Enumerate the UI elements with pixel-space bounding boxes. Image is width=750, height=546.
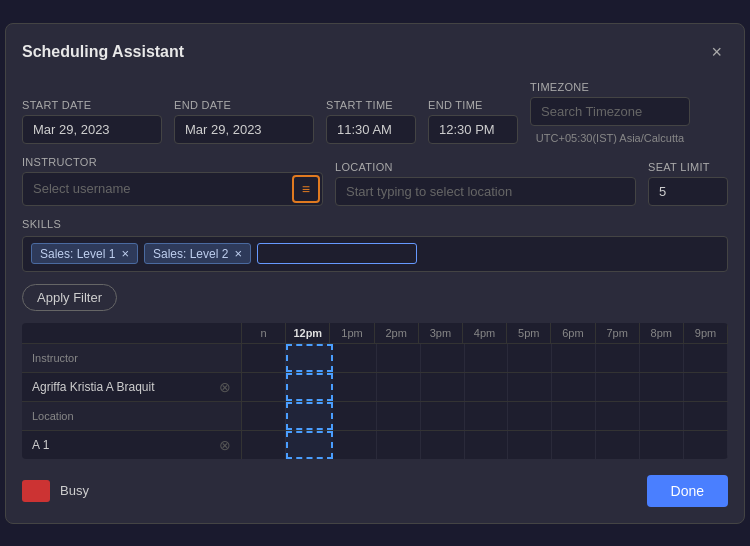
location-group: Location [335,161,636,206]
instructor-input[interactable] [23,175,290,202]
grid-time-headers: n 12pm 1pm 2pm 3pm 4pm 5pm 6pm 7pm 8pm 9… [242,323,728,343]
location-label: Location [335,161,636,173]
grid-cell-a1-7 [552,431,596,459]
grid-cell-instr-sec-5 [465,344,509,372]
instructor-filter-button[interactable]: ≡ [292,175,320,203]
end-date-label: End Date [174,99,314,111]
dialog-header: Scheduling Assistant × [22,40,728,65]
seat-limit-group: Seat Limit [648,161,728,206]
grid-cell-loc-sec-6 [508,402,552,430]
time-col-6: 5pm [507,323,551,343]
timezone-input[interactable] [530,97,690,126]
grid-cell-a1-1[interactable] [286,431,333,459]
grid-cell-loc-sec-8 [596,402,640,430]
start-time-input[interactable] [326,115,416,144]
time-col-5: 4pm [463,323,507,343]
skill-tag-2-remove[interactable]: × [234,246,242,261]
grid-cell-agriffa-2 [333,373,377,401]
grid-cell-agriffa-10 [684,373,728,401]
scheduling-assistant-dialog: Scheduling Assistant × Start Date End Da… [5,23,745,524]
grid-cell-instr-sec-1[interactable] [286,344,333,372]
a1-cells [242,431,728,459]
grid-cell-a1-5 [465,431,509,459]
end-time-input[interactable] [428,115,518,144]
location-section-cells [242,402,728,430]
grid-cell-agriffa-1[interactable] [286,373,333,401]
start-date-label: Start Date [22,99,162,111]
grid-cell-agriffa-0 [242,373,286,401]
grid-cell-a1-0 [242,431,286,459]
grid-cell-loc-sec-3 [377,402,421,430]
grid-cell-instr-sec-6 [508,344,552,372]
grid-cell-instr-sec-8 [596,344,640,372]
grid-cell-agriffa-7 [552,373,596,401]
instructor-input-wrapper: ≡ [22,172,323,206]
instructor-location-row: Instructor ≡ Location Seat Limit [22,156,728,206]
agriffa-row: Agriffa Kristia A Braquit ⊗ [22,373,728,402]
start-date-group: Start Date [22,99,162,144]
schedule-grid: n 12pm 1pm 2pm 3pm 4pm 5pm 6pm 7pm 8pm 9… [22,323,728,459]
agriffa-cells [242,373,728,401]
end-time-label: End Time [428,99,518,111]
done-button[interactable]: Done [647,475,728,507]
agriffa-name: Agriffa Kristia A Braquit [32,380,155,394]
grid-header: n 12pm 1pm 2pm 3pm 4pm 5pm 6pm 7pm 8pm 9… [22,323,728,344]
a1-name: A 1 [32,438,49,452]
grid-cell-a1-9 [640,431,684,459]
skill-tag-1-remove[interactable]: × [121,246,129,261]
instructor-section-row: Instructor [22,344,728,373]
instructor-group: Instructor ≡ [22,156,323,206]
a1-label-cell: A 1 ⊗ [22,431,242,459]
skills-text-input[interactable] [257,243,417,264]
time-col-3: 2pm [375,323,419,343]
grid-cell-loc-sec-7 [552,402,596,430]
grid-cell-agriffa-9 [640,373,684,401]
agriffa-remove-icon[interactable]: ⊗ [219,379,231,395]
skills-input-wrapper: Sales: Level 1 × Sales: Level 2 × [22,236,728,272]
seat-limit-input[interactable] [648,177,728,206]
grid-cell-instr-sec-0 [242,344,286,372]
grid-cell-instr-sec-3 [377,344,421,372]
grid-cell-loc-sec-10 [684,402,728,430]
skills-section: Skills Sales: Level 1 × Sales: Level 2 × [22,218,728,272]
end-date-group: End Date [174,99,314,144]
skill-tag-2: Sales: Level 2 × [144,243,251,264]
grid-cell-loc-sec-9 [640,402,684,430]
close-button[interactable]: × [705,40,728,65]
end-time-group: End Time [428,99,518,144]
grid-cell-loc-sec-1[interactable] [286,402,333,430]
time-col-10: 9pm [684,323,728,343]
instructor-section-label: Instructor [32,352,78,364]
a1-remove-icon[interactable]: ⊗ [219,437,231,453]
grid-cell-instr-sec-9 [640,344,684,372]
apply-filter-button[interactable]: Apply Filter [22,284,117,311]
busy-legend: Busy [22,480,89,502]
location-input[interactable] [335,177,636,206]
grid-cell-loc-sec-5 [465,402,509,430]
grid-cell-agriffa-4 [421,373,465,401]
datetime-row: Start Date End Date Start Time End Time … [22,81,728,144]
timezone-label: Timezone [530,81,690,93]
grid-cell-instr-sec-7 [552,344,596,372]
time-col-4: 3pm [419,323,463,343]
location-section-label: Location [32,410,74,422]
dialog-title: Scheduling Assistant [22,43,184,61]
busy-color-swatch [22,480,50,502]
agriffa-label-cell: Agriffa Kristia A Braquit ⊗ [22,373,242,401]
grid-cell-a1-10 [684,431,728,459]
grid-cell-a1-4 [421,431,465,459]
busy-label: Busy [60,483,89,498]
start-time-label: Start Time [326,99,416,111]
start-date-input[interactable] [22,115,162,144]
end-date-input[interactable] [174,115,314,144]
seat-limit-label: Seat Limit [648,161,728,173]
time-col-7: 6pm [551,323,595,343]
time-col-0: n [242,323,286,343]
timezone-group: Timezone UTC+05:30(IST) Asia/Calcutta [530,81,690,144]
skills-label: Skills [22,218,728,230]
grid-cell-a1-8 [596,431,640,459]
time-col-2: 1pm [330,323,374,343]
grid-cell-loc-sec-0 [242,402,286,430]
time-col-9: 8pm [640,323,684,343]
instructor-section-header: Instructor [22,344,242,372]
